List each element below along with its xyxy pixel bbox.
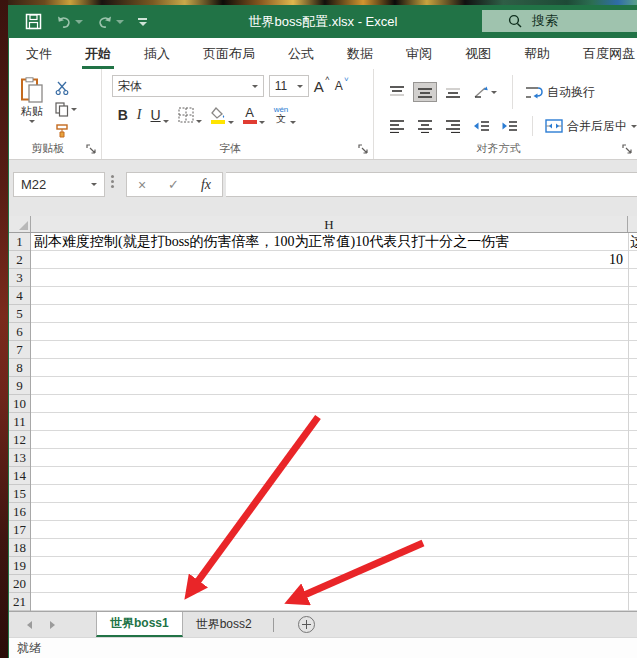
name-box-dropdown-icon[interactable] [91, 183, 97, 186]
select-all-corner[interactable] [9, 216, 31, 232]
grid-row-20[interactable] [31, 575, 637, 593]
borders-button[interactable] [178, 107, 202, 123]
paste-dropdown-icon[interactable] [29, 120, 35, 123]
decrease-indent-button[interactable] [470, 117, 492, 135]
underline-dropdown-icon[interactable] [163, 120, 169, 123]
redo-dropdown-icon[interactable] [116, 20, 124, 24]
cell-H2[interactable]: 10 [31, 251, 623, 268]
format-painter-button[interactable] [55, 123, 77, 140]
phonetic-guide-button[interactable]: wén文 [274, 106, 297, 124]
paste-button[interactable]: 粘贴 [9, 75, 55, 141]
undo-icon[interactable] [56, 15, 83, 29]
row-header-5[interactable]: 5 [9, 305, 30, 323]
save-icon[interactable] [25, 13, 42, 30]
tab-file[interactable]: 文件 [23, 38, 55, 69]
row-header-11[interactable]: 11 [9, 413, 30, 431]
new-sheet-button[interactable] [298, 616, 315, 633]
tab-baidu-netdisk[interactable]: 百度网盘 [580, 38, 637, 69]
sheet-tab-boss2[interactable]: 世界boss2 [183, 612, 265, 637]
font-dialog-launcher-icon[interactable] [358, 144, 369, 155]
borders-dropdown-icon[interactable] [196, 120, 202, 123]
copy-dropdown-icon[interactable] [71, 108, 77, 111]
tab-insert[interactable]: 插入 [141, 38, 173, 69]
row-header-4[interactable]: 4 [9, 287, 30, 305]
grid-row-4[interactable] [31, 287, 637, 305]
row-header-10[interactable]: 10 [9, 395, 30, 413]
merge-center-button[interactable]: 合并后居中 [545, 118, 637, 135]
sheet-prev-icon[interactable] [27, 621, 32, 629]
shrink-font-button[interactable]: A˅ [335, 79, 349, 93]
search-box[interactable]: 搜索 [482, 10, 637, 32]
row-header-2[interactable]: 2 [9, 251, 30, 269]
italic-button[interactable]: I [137, 107, 142, 123]
tab-help[interactable]: 帮助 [521, 38, 553, 69]
grid-row-14[interactable] [31, 467, 637, 485]
row-header-8[interactable]: 8 [9, 359, 30, 377]
cut-button[interactable] [55, 79, 77, 96]
row-header-3[interactable]: 3 [9, 269, 30, 287]
row-header-18[interactable]: 18 [9, 539, 30, 557]
align-left-button[interactable] [386, 117, 408, 135]
tab-data[interactable]: 数据 [344, 38, 376, 69]
sheet-tab-boss1[interactable]: 世界boss1 [96, 612, 183, 637]
fill-color-button[interactable] [211, 107, 234, 124]
cell-I1-partial[interactable]: 这 [630, 233, 637, 250]
row-header-7[interactable]: 7 [9, 341, 30, 359]
underline-button[interactable]: U [151, 107, 169, 123]
align-right-button[interactable] [442, 117, 464, 135]
merge-center-dropdown-icon[interactable] [631, 125, 637, 128]
top-align-button[interactable] [386, 83, 408, 101]
grid-row-3[interactable] [31, 269, 637, 287]
fill-color-dropdown-icon[interactable] [228, 121, 234, 124]
row-header-21[interactable]: 21 [9, 593, 30, 611]
grid-row-9[interactable] [31, 377, 637, 395]
font-size-combo[interactable]: 11 [269, 75, 309, 97]
tab-review[interactable]: 审阅 [403, 38, 435, 69]
font-color-button[interactable]: A [243, 106, 265, 124]
middle-align-button[interactable] [414, 83, 436, 101]
grid-row-13[interactable] [31, 449, 637, 467]
font-name-combo[interactable]: 宋体 [112, 75, 264, 97]
sheet-next-icon[interactable] [50, 621, 55, 629]
undo-dropdown-icon[interactable] [75, 20, 83, 24]
grid-row-5[interactable] [31, 305, 637, 323]
row-header-16[interactable]: 16 [9, 503, 30, 521]
bottom-align-button[interactable] [442, 83, 464, 101]
row-header-20[interactable]: 20 [9, 575, 30, 593]
row-header-9[interactable]: 9 [9, 377, 30, 395]
tab-home[interactable]: 开始 [82, 38, 114, 69]
tab-page-layout[interactable]: 页面布局 [200, 38, 258, 69]
redo-icon[interactable] [97, 15, 124, 29]
customize-qat-icon[interactable] [138, 18, 147, 26]
row-header-12[interactable]: 12 [9, 431, 30, 449]
tab-formulas[interactable]: 公式 [285, 38, 317, 69]
increase-indent-button[interactable] [498, 117, 520, 135]
grid-row-12[interactable] [31, 431, 637, 449]
copy-button[interactable] [55, 101, 77, 118]
column-header-H[interactable]: H [31, 216, 628, 232]
row-header-17[interactable]: 17 [9, 521, 30, 539]
row-header-14[interactable]: 14 [9, 467, 30, 485]
grid-row-19[interactable] [31, 557, 637, 575]
row-header-19[interactable]: 19 [9, 557, 30, 575]
grid-row-17[interactable] [31, 521, 637, 539]
row-header-15[interactable]: 15 [9, 485, 30, 503]
grid-row-7[interactable] [31, 341, 637, 359]
grid-row-18[interactable] [31, 539, 637, 557]
orientation-dropdown-icon[interactable] [491, 91, 497, 94]
orientation-button[interactable] [470, 83, 500, 101]
wrap-text-button[interactable]: 自动换行 [525, 84, 595, 101]
grid-row-11[interactable] [31, 413, 637, 431]
font-color-dropdown-icon[interactable] [259, 121, 265, 124]
row-header-13[interactable]: 13 [9, 449, 30, 467]
cancel-button[interactable]: × [138, 177, 146, 193]
align-center-button[interactable] [414, 117, 436, 135]
row-header-1[interactable]: 1 [9, 233, 30, 251]
enter-button[interactable]: ✓ [168, 177, 179, 192]
cells-area[interactable]: 副本难度控制(就是打boss的伤害倍率，100为正常值)10代表只打十分之一伤害… [31, 233, 637, 611]
phonetic-dropdown-icon[interactable] [290, 121, 296, 124]
cell-H1[interactable]: 副本难度控制(就是打boss的伤害倍率，100为正常值)10代表只打十分之一伤害 [34, 233, 509, 250]
grid-row-6[interactable] [31, 323, 637, 341]
row-header-6[interactable]: 6 [9, 323, 30, 341]
alignment-dialog-launcher-icon[interactable] [622, 144, 633, 155]
